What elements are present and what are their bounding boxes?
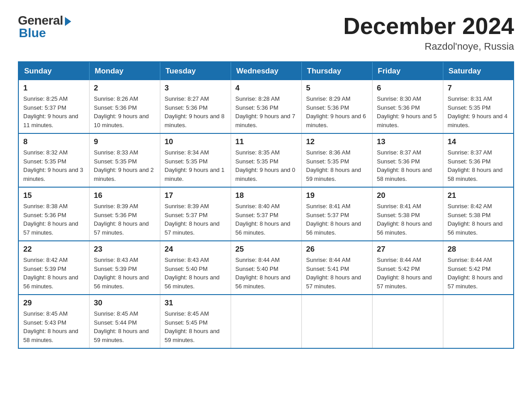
day-info: Sunrise: 8:38 AM Sunset: 5:36 PM Dayligh… (23, 202, 85, 237)
day-info: Sunrise: 8:31 AM Sunset: 5:35 PM Dayligh… (448, 94, 509, 129)
day-info: Sunrise: 8:25 AM Sunset: 5:37 PM Dayligh… (23, 94, 85, 129)
day-info: Sunrise: 8:29 AM Sunset: 5:36 PM Dayligh… (306, 94, 368, 129)
day-info: Sunrise: 8:27 AM Sunset: 5:36 PM Dayligh… (165, 94, 226, 129)
page-header: General Blue December 2024 Razdol'noye, … (18, 13, 514, 52)
day-number: 24 (165, 245, 226, 254)
calendar-cell: 22 Sunrise: 8:42 AM Sunset: 5:39 PM Dayl… (18, 241, 89, 295)
calendar-cell: 23 Sunrise: 8:43 AM Sunset: 5:39 PM Dayl… (89, 241, 160, 295)
day-number: 22 (23, 245, 85, 254)
calendar-cell: 27 Sunrise: 8:44 AM Sunset: 5:42 PM Dayl… (372, 241, 443, 295)
weekday-header-monday: Monday (89, 62, 160, 80)
day-number: 8 (23, 137, 85, 146)
day-number: 6 (377, 84, 438, 93)
day-number: 12 (306, 137, 368, 146)
day-number: 20 (377, 191, 438, 200)
calendar-cell: 5 Sunrise: 8:29 AM Sunset: 5:36 PM Dayli… (301, 80, 372, 133)
logo-blue-text: Blue (18, 26, 46, 40)
day-number: 4 (236, 84, 297, 93)
calendar-cell: 1 Sunrise: 8:25 AM Sunset: 5:37 PM Dayli… (18, 80, 89, 133)
calendar-week-row: 1 Sunrise: 8:25 AM Sunset: 5:37 PM Dayli… (18, 80, 514, 133)
day-number: 13 (377, 137, 438, 146)
calendar-week-row: 8 Sunrise: 8:32 AM Sunset: 5:35 PM Dayli… (18, 133, 514, 187)
day-number: 18 (236, 191, 297, 200)
day-info: Sunrise: 8:44 AM Sunset: 5:42 PM Dayligh… (448, 256, 509, 291)
calendar-cell: 28 Sunrise: 8:44 AM Sunset: 5:42 PM Dayl… (443, 241, 514, 295)
weekday-header-saturday: Saturday (443, 62, 514, 80)
day-info: Sunrise: 8:45 AM Sunset: 5:45 PM Dayligh… (165, 309, 226, 344)
calendar-cell: 11 Sunrise: 8:35 AM Sunset: 5:35 PM Dayl… (231, 133, 301, 187)
logo-arrow-icon (65, 17, 71, 26)
day-info: Sunrise: 8:33 AM Sunset: 5:35 PM Dayligh… (94, 148, 155, 183)
day-number: 21 (448, 191, 509, 200)
calendar-cell: 6 Sunrise: 8:30 AM Sunset: 5:36 PM Dayli… (372, 80, 443, 133)
day-number: 29 (23, 299, 85, 308)
day-info: Sunrise: 8:39 AM Sunset: 5:36 PM Dayligh… (94, 202, 155, 237)
day-info: Sunrise: 8:37 AM Sunset: 5:36 PM Dayligh… (377, 148, 438, 183)
calendar-cell: 16 Sunrise: 8:39 AM Sunset: 5:36 PM Dayl… (89, 187, 160, 241)
logo: General Blue (18, 13, 71, 40)
day-number: 10 (165, 137, 226, 146)
calendar-cell (372, 295, 443, 348)
calendar-cell (301, 295, 372, 348)
day-number: 25 (236, 245, 297, 254)
day-info: Sunrise: 8:42 AM Sunset: 5:39 PM Dayligh… (23, 256, 85, 291)
day-number: 5 (306, 84, 368, 93)
calendar-cell: 15 Sunrise: 8:38 AM Sunset: 5:36 PM Dayl… (18, 187, 89, 241)
calendar-table: SundayMondayTuesdayWednesdayThursdayFrid… (18, 61, 514, 349)
weekday-header-wednesday: Wednesday (231, 62, 301, 80)
day-info: Sunrise: 8:36 AM Sunset: 5:35 PM Dayligh… (306, 148, 368, 183)
day-number: 23 (94, 245, 155, 254)
day-info: Sunrise: 8:43 AM Sunset: 5:40 PM Dayligh… (165, 256, 226, 291)
day-info: Sunrise: 8:44 AM Sunset: 5:41 PM Dayligh… (306, 256, 368, 291)
day-number: 30 (94, 299, 155, 308)
calendar-cell: 10 Sunrise: 8:34 AM Sunset: 5:35 PM Dayl… (160, 133, 231, 187)
day-info: Sunrise: 8:40 AM Sunset: 5:37 PM Dayligh… (236, 202, 297, 237)
calendar-cell: 8 Sunrise: 8:32 AM Sunset: 5:35 PM Dayli… (18, 133, 89, 187)
day-number: 3 (165, 84, 226, 93)
day-number: 28 (448, 245, 509, 254)
calendar-cell: 25 Sunrise: 8:44 AM Sunset: 5:40 PM Dayl… (231, 241, 301, 295)
calendar-cell: 13 Sunrise: 8:37 AM Sunset: 5:36 PM Dayl… (372, 133, 443, 187)
calendar-cell: 9 Sunrise: 8:33 AM Sunset: 5:35 PM Dayli… (89, 133, 160, 187)
calendar-cell: 21 Sunrise: 8:42 AM Sunset: 5:38 PM Dayl… (443, 187, 514, 241)
weekday-header-friday: Friday (372, 62, 443, 80)
month-year-title: December 2024 (343, 13, 514, 39)
calendar-cell: 19 Sunrise: 8:41 AM Sunset: 5:37 PM Dayl… (301, 187, 372, 241)
day-number: 15 (23, 191, 85, 200)
day-number: 31 (165, 299, 226, 308)
calendar-cell: 18 Sunrise: 8:40 AM Sunset: 5:37 PM Dayl… (231, 187, 301, 241)
day-info: Sunrise: 8:41 AM Sunset: 5:38 PM Dayligh… (377, 202, 438, 237)
weekday-header-tuesday: Tuesday (160, 62, 231, 80)
day-number: 7 (448, 84, 509, 93)
day-number: 11 (236, 137, 297, 146)
calendar-cell: 14 Sunrise: 8:37 AM Sunset: 5:36 PM Dayl… (443, 133, 514, 187)
calendar-cell: 3 Sunrise: 8:27 AM Sunset: 5:36 PM Dayli… (160, 80, 231, 133)
day-number: 14 (448, 137, 509, 146)
day-info: Sunrise: 8:45 AM Sunset: 5:44 PM Dayligh… (94, 309, 155, 344)
day-info: Sunrise: 8:44 AM Sunset: 5:42 PM Dayligh… (377, 256, 438, 291)
location-subtitle: Razdol'noye, Russia (343, 41, 514, 52)
day-number: 9 (94, 137, 155, 146)
day-number: 19 (306, 191, 368, 200)
day-number: 27 (377, 245, 438, 254)
calendar-cell: 17 Sunrise: 8:39 AM Sunset: 5:37 PM Dayl… (160, 187, 231, 241)
calendar-cell: 4 Sunrise: 8:28 AM Sunset: 5:36 PM Dayli… (231, 80, 301, 133)
calendar-cell: 12 Sunrise: 8:36 AM Sunset: 5:35 PM Dayl… (301, 133, 372, 187)
day-info: Sunrise: 8:35 AM Sunset: 5:35 PM Dayligh… (236, 148, 297, 183)
weekday-header-sunday: Sunday (18, 62, 89, 80)
day-number: 2 (94, 84, 155, 93)
day-info: Sunrise: 8:45 AM Sunset: 5:43 PM Dayligh… (23, 309, 85, 344)
calendar-cell (231, 295, 301, 348)
calendar-cell: 26 Sunrise: 8:44 AM Sunset: 5:41 PM Dayl… (301, 241, 372, 295)
day-number: 17 (165, 191, 226, 200)
day-info: Sunrise: 8:37 AM Sunset: 5:36 PM Dayligh… (448, 148, 509, 183)
calendar-cell: 29 Sunrise: 8:45 AM Sunset: 5:43 PM Dayl… (18, 295, 89, 348)
day-info: Sunrise: 8:30 AM Sunset: 5:36 PM Dayligh… (377, 94, 438, 129)
calendar-week-row: 22 Sunrise: 8:42 AM Sunset: 5:39 PM Dayl… (18, 241, 514, 295)
calendar-cell: 7 Sunrise: 8:31 AM Sunset: 5:35 PM Dayli… (443, 80, 514, 133)
calendar-header-row: SundayMondayTuesdayWednesdayThursdayFrid… (18, 62, 514, 80)
day-info: Sunrise: 8:43 AM Sunset: 5:39 PM Dayligh… (94, 256, 155, 291)
day-info: Sunrise: 8:28 AM Sunset: 5:36 PM Dayligh… (236, 94, 297, 129)
day-info: Sunrise: 8:44 AM Sunset: 5:40 PM Dayligh… (236, 256, 297, 291)
day-info: Sunrise: 8:34 AM Sunset: 5:35 PM Dayligh… (165, 148, 226, 183)
